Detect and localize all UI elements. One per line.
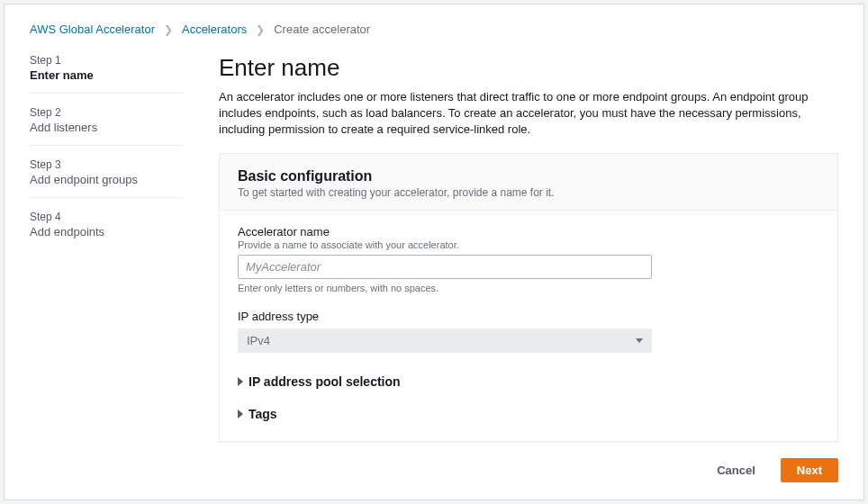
chevron-down-icon xyxy=(636,338,643,343)
ip-address-pool-expander[interactable]: IP address pool selection xyxy=(238,369,819,394)
chevron-right-icon: ❯ xyxy=(256,23,265,36)
step-number: Step 3 xyxy=(30,158,183,171)
field-label: IP address type xyxy=(238,310,819,323)
accelerator-name-field: Accelerator name Provide a name to assoc… xyxy=(238,225,819,293)
breadcrumb-current: Create accelerator xyxy=(274,22,370,36)
expander-label: IP address pool selection xyxy=(249,374,401,389)
step-title: Add listeners xyxy=(30,121,183,134)
breadcrumb-root[interactable]: AWS Global Accelerator xyxy=(30,22,155,36)
step-title: Enter name xyxy=(30,68,183,82)
triangle-right-icon xyxy=(238,377,243,386)
page-title: Enter name xyxy=(219,54,838,82)
step-add-endpoints[interactable]: Step 4 Add endpoints xyxy=(30,211,183,249)
ip-address-type-select[interactable]: IPv4 xyxy=(238,328,652,353)
wizard-steps: Step 1 Enter name Step 2 Add listeners S… xyxy=(30,54,183,482)
step-enter-name[interactable]: Step 1 Enter name xyxy=(30,54,183,94)
field-label: Accelerator name xyxy=(238,225,819,238)
footer-actions: Cancel Next xyxy=(219,458,838,482)
field-hint: Provide a name to associate with your ac… xyxy=(238,239,819,250)
step-number: Step 2 xyxy=(30,106,183,119)
breadcrumb: AWS Global Accelerator ❯ Accelerators ❯ … xyxy=(30,22,838,36)
step-add-listeners[interactable]: Step 2 Add listeners xyxy=(30,106,183,146)
step-add-endpoint-groups[interactable]: Step 3 Add endpoint groups xyxy=(30,158,183,198)
triangle-right-icon xyxy=(238,410,243,418)
breadcrumb-section[interactable]: Accelerators xyxy=(182,22,247,36)
ip-address-type-field: IP address type IPv4 xyxy=(238,310,819,353)
accelerator-name-input[interactable] xyxy=(238,255,652,279)
panel-title: Basic configuration xyxy=(238,168,819,184)
chevron-right-icon: ❯ xyxy=(164,23,173,36)
step-number: Step 4 xyxy=(30,211,183,223)
basic-configuration-panel: Basic configuration To get started with … xyxy=(219,153,838,442)
step-title: Add endpoint groups xyxy=(30,173,183,186)
expander-label: Tags xyxy=(249,407,277,421)
panel-subtitle: To get started with creating your accele… xyxy=(238,186,819,199)
tags-expander[interactable]: Tags xyxy=(238,401,819,427)
page-description: An accelerator includes one or more list… xyxy=(219,89,838,139)
step-number: Step 1 xyxy=(30,54,183,67)
next-button[interactable]: Next xyxy=(781,458,838,482)
cancel-button[interactable]: Cancel xyxy=(701,458,772,482)
select-value: IPv4 xyxy=(247,334,270,347)
step-title: Add endpoints xyxy=(30,225,183,238)
field-constraint: Enter only letters or numbers, with no s… xyxy=(238,283,819,293)
main-content: Enter name An accelerator includes one o… xyxy=(219,54,838,482)
